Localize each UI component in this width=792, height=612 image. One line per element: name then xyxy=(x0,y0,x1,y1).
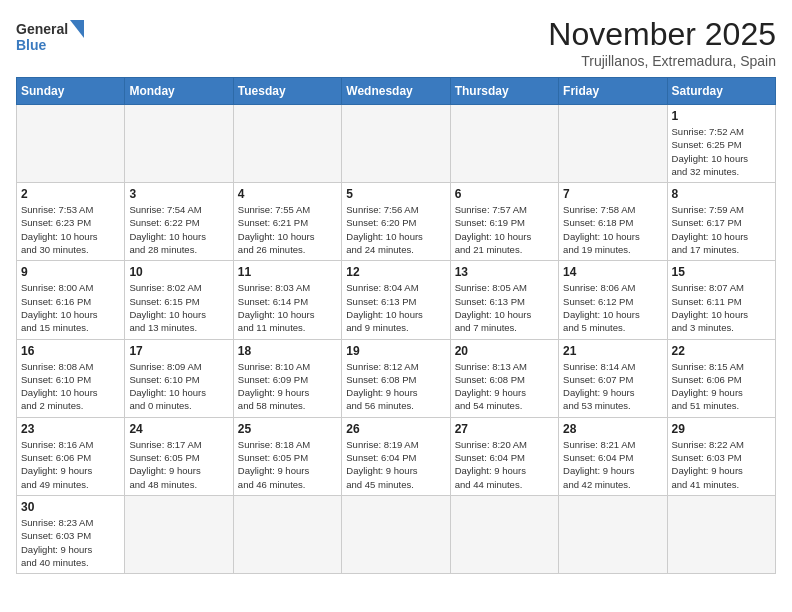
day-cell-20: 20Sunrise: 8:13 AM Sunset: 6:08 PM Dayli… xyxy=(450,339,558,417)
empty-cell xyxy=(233,495,341,573)
weekday-header-wednesday: Wednesday xyxy=(342,78,450,105)
day-info: Sunrise: 8:09 AM Sunset: 6:10 PM Dayligh… xyxy=(129,360,228,413)
day-info: Sunrise: 8:14 AM Sunset: 6:07 PM Dayligh… xyxy=(563,360,662,413)
day-cell-13: 13Sunrise: 8:05 AM Sunset: 6:13 PM Dayli… xyxy=(450,261,558,339)
weekday-header-monday: Monday xyxy=(125,78,233,105)
day-number: 13 xyxy=(455,265,554,279)
day-number: 3 xyxy=(129,187,228,201)
weekday-header-saturday: Saturday xyxy=(667,78,775,105)
location-title: Trujillanos, Extremadura, Spain xyxy=(548,53,776,69)
day-number: 30 xyxy=(21,500,120,514)
calendar-row: 2Sunrise: 7:53 AM Sunset: 6:23 PM Daylig… xyxy=(17,183,776,261)
day-info: Sunrise: 8:18 AM Sunset: 6:05 PM Dayligh… xyxy=(238,438,337,491)
day-info: Sunrise: 7:53 AM Sunset: 6:23 PM Dayligh… xyxy=(21,203,120,256)
day-info: Sunrise: 8:03 AM Sunset: 6:14 PM Dayligh… xyxy=(238,281,337,334)
day-cell-24: 24Sunrise: 8:17 AM Sunset: 6:05 PM Dayli… xyxy=(125,417,233,495)
day-info: Sunrise: 7:52 AM Sunset: 6:25 PM Dayligh… xyxy=(672,125,771,178)
svg-text:General: General xyxy=(16,21,68,37)
calendar-row: 30Sunrise: 8:23 AM Sunset: 6:03 PM Dayli… xyxy=(17,495,776,573)
empty-cell xyxy=(125,105,233,183)
empty-cell xyxy=(559,495,667,573)
day-info: Sunrise: 8:00 AM Sunset: 6:16 PM Dayligh… xyxy=(21,281,120,334)
day-number: 12 xyxy=(346,265,445,279)
day-cell-25: 25Sunrise: 8:18 AM Sunset: 6:05 PM Dayli… xyxy=(233,417,341,495)
empty-cell xyxy=(667,495,775,573)
day-info: Sunrise: 8:15 AM Sunset: 6:06 PM Dayligh… xyxy=(672,360,771,413)
day-cell-27: 27Sunrise: 8:20 AM Sunset: 6:04 PM Dayli… xyxy=(450,417,558,495)
calendar-row: 1Sunrise: 7:52 AM Sunset: 6:25 PM Daylig… xyxy=(17,105,776,183)
weekday-header-thursday: Thursday xyxy=(450,78,558,105)
day-info: Sunrise: 8:10 AM Sunset: 6:09 PM Dayligh… xyxy=(238,360,337,413)
empty-cell xyxy=(450,105,558,183)
day-number: 20 xyxy=(455,344,554,358)
weekday-header-friday: Friday xyxy=(559,78,667,105)
logo-svg: GeneralBlue xyxy=(16,16,86,58)
day-info: Sunrise: 7:54 AM Sunset: 6:22 PM Dayligh… xyxy=(129,203,228,256)
calendar-row: 9Sunrise: 8:00 AM Sunset: 6:16 PM Daylig… xyxy=(17,261,776,339)
header: GeneralBlue November 2025 Trujillanos, E… xyxy=(16,16,776,69)
day-info: Sunrise: 8:19 AM Sunset: 6:04 PM Dayligh… xyxy=(346,438,445,491)
day-number: 18 xyxy=(238,344,337,358)
day-number: 22 xyxy=(672,344,771,358)
day-number: 16 xyxy=(21,344,120,358)
day-number: 9 xyxy=(21,265,120,279)
title-area: November 2025 Trujillanos, Extremadura, … xyxy=(548,16,776,69)
day-number: 27 xyxy=(455,422,554,436)
day-number: 24 xyxy=(129,422,228,436)
day-number: 17 xyxy=(129,344,228,358)
day-cell-14: 14Sunrise: 8:06 AM Sunset: 6:12 PM Dayli… xyxy=(559,261,667,339)
day-number: 6 xyxy=(455,187,554,201)
day-number: 4 xyxy=(238,187,337,201)
day-cell-22: 22Sunrise: 8:15 AM Sunset: 6:06 PM Dayli… xyxy=(667,339,775,417)
day-number: 23 xyxy=(21,422,120,436)
day-info: Sunrise: 8:13 AM Sunset: 6:08 PM Dayligh… xyxy=(455,360,554,413)
day-info: Sunrise: 8:12 AM Sunset: 6:08 PM Dayligh… xyxy=(346,360,445,413)
day-info: Sunrise: 7:58 AM Sunset: 6:18 PM Dayligh… xyxy=(563,203,662,256)
month-title: November 2025 xyxy=(548,16,776,53)
day-cell-23: 23Sunrise: 8:16 AM Sunset: 6:06 PM Dayli… xyxy=(17,417,125,495)
day-info: Sunrise: 7:56 AM Sunset: 6:20 PM Dayligh… xyxy=(346,203,445,256)
day-cell-7: 7Sunrise: 7:58 AM Sunset: 6:18 PM Daylig… xyxy=(559,183,667,261)
day-cell-19: 19Sunrise: 8:12 AM Sunset: 6:08 PM Dayli… xyxy=(342,339,450,417)
empty-cell xyxy=(559,105,667,183)
empty-cell xyxy=(450,495,558,573)
day-number: 19 xyxy=(346,344,445,358)
day-number: 2 xyxy=(21,187,120,201)
empty-cell xyxy=(342,495,450,573)
svg-marker-2 xyxy=(70,20,84,38)
day-number: 10 xyxy=(129,265,228,279)
day-info: Sunrise: 8:08 AM Sunset: 6:10 PM Dayligh… xyxy=(21,360,120,413)
day-cell-17: 17Sunrise: 8:09 AM Sunset: 6:10 PM Dayli… xyxy=(125,339,233,417)
day-cell-9: 9Sunrise: 8:00 AM Sunset: 6:16 PM Daylig… xyxy=(17,261,125,339)
day-cell-28: 28Sunrise: 8:21 AM Sunset: 6:04 PM Dayli… xyxy=(559,417,667,495)
day-number: 7 xyxy=(563,187,662,201)
weekday-header-row: SundayMondayTuesdayWednesdayThursdayFrid… xyxy=(17,78,776,105)
day-number: 29 xyxy=(672,422,771,436)
day-cell-15: 15Sunrise: 8:07 AM Sunset: 6:11 PM Dayli… xyxy=(667,261,775,339)
empty-cell xyxy=(233,105,341,183)
day-info: Sunrise: 8:04 AM Sunset: 6:13 PM Dayligh… xyxy=(346,281,445,334)
day-info: Sunrise: 8:21 AM Sunset: 6:04 PM Dayligh… xyxy=(563,438,662,491)
day-cell-29: 29Sunrise: 8:22 AM Sunset: 6:03 PM Dayli… xyxy=(667,417,775,495)
weekday-header-tuesday: Tuesday xyxy=(233,78,341,105)
day-cell-8: 8Sunrise: 7:59 AM Sunset: 6:17 PM Daylig… xyxy=(667,183,775,261)
day-info: Sunrise: 8:17 AM Sunset: 6:05 PM Dayligh… xyxy=(129,438,228,491)
day-cell-2: 2Sunrise: 7:53 AM Sunset: 6:23 PM Daylig… xyxy=(17,183,125,261)
day-number: 1 xyxy=(672,109,771,123)
day-cell-26: 26Sunrise: 8:19 AM Sunset: 6:04 PM Dayli… xyxy=(342,417,450,495)
empty-cell xyxy=(342,105,450,183)
empty-cell xyxy=(17,105,125,183)
day-number: 21 xyxy=(563,344,662,358)
day-number: 15 xyxy=(672,265,771,279)
day-info: Sunrise: 8:16 AM Sunset: 6:06 PM Dayligh… xyxy=(21,438,120,491)
day-number: 28 xyxy=(563,422,662,436)
day-cell-12: 12Sunrise: 8:04 AM Sunset: 6:13 PM Dayli… xyxy=(342,261,450,339)
day-info: Sunrise: 8:07 AM Sunset: 6:11 PM Dayligh… xyxy=(672,281,771,334)
day-cell-3: 3Sunrise: 7:54 AM Sunset: 6:22 PM Daylig… xyxy=(125,183,233,261)
day-info: Sunrise: 7:59 AM Sunset: 6:17 PM Dayligh… xyxy=(672,203,771,256)
empty-cell xyxy=(125,495,233,573)
day-cell-18: 18Sunrise: 8:10 AM Sunset: 6:09 PM Dayli… xyxy=(233,339,341,417)
weekday-header-sunday: Sunday xyxy=(17,78,125,105)
day-info: Sunrise: 8:02 AM Sunset: 6:15 PM Dayligh… xyxy=(129,281,228,334)
day-info: Sunrise: 8:23 AM Sunset: 6:03 PM Dayligh… xyxy=(21,516,120,569)
